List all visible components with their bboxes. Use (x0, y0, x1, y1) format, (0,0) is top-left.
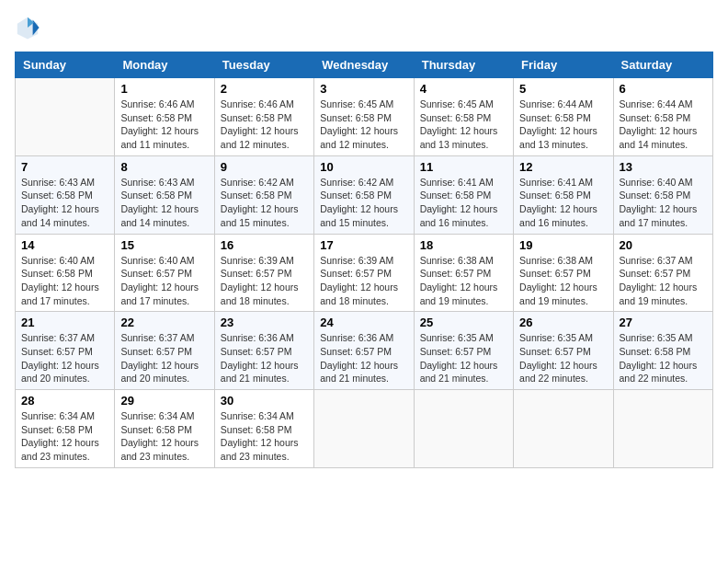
calendar-cell (514, 390, 613, 468)
calendar-cell: 23Sunrise: 6:36 AMSunset: 6:57 PMDayligh… (214, 312, 313, 390)
day-number: 2 (221, 82, 308, 96)
day-info: Sunrise: 6:39 AMSunset: 6:57 PMDaylight:… (320, 254, 407, 308)
day-number: 15 (120, 238, 208, 252)
day-info: Sunrise: 6:35 AMSunset: 6:57 PMDaylight:… (420, 331, 507, 385)
calendar-cell: 17Sunrise: 6:39 AMSunset: 6:57 PMDayligh… (314, 234, 414, 312)
day-info: Sunrise: 6:38 AMSunset: 6:57 PMDaylight:… (519, 254, 607, 308)
header-row: SundayMondayTuesdayWednesdayThursdayFrid… (16, 52, 713, 78)
calendar-cell: 3Sunrise: 6:45 AMSunset: 6:58 PMDaylight… (314, 78, 414, 156)
day-info: Sunrise: 6:44 AMSunset: 6:58 PMDaylight:… (519, 98, 607, 152)
calendar-cell: 20Sunrise: 6:37 AMSunset: 6:57 PMDayligh… (613, 234, 712, 312)
calendar-cell: 13Sunrise: 6:40 AMSunset: 6:58 PMDayligh… (613, 155, 712, 234)
calendar-cell: 2Sunrise: 6:46 AMSunset: 6:58 PMDaylight… (214, 78, 313, 156)
calendar-cell: 29Sunrise: 6:34 AMSunset: 6:58 PMDayligh… (115, 390, 214, 468)
day-number: 21 (21, 316, 108, 329)
day-number: 9 (221, 160, 308, 174)
week-row-2: 7Sunrise: 6:43 AMSunset: 6:58 PMDaylight… (16, 155, 713, 234)
day-number: 23 (221, 316, 308, 329)
day-number: 27 (620, 316, 707, 329)
calendar-cell (613, 390, 712, 468)
day-number: 14 (21, 238, 108, 252)
day-info: Sunrise: 6:44 AMSunset: 6:58 PMDaylight:… (620, 98, 707, 152)
column-header-sunday: Sunday (16, 52, 115, 78)
week-row-3: 14Sunrise: 6:40 AMSunset: 6:58 PMDayligh… (16, 234, 713, 312)
calendar-cell (16, 78, 115, 156)
day-info: Sunrise: 6:34 AMSunset: 6:58 PMDaylight:… (120, 409, 208, 464)
column-header-monday: Monday (115, 52, 214, 78)
calendar-cell: 27Sunrise: 6:35 AMSunset: 6:58 PMDayligh… (613, 312, 712, 390)
calendar-cell: 30Sunrise: 6:34 AMSunset: 6:58 PMDayligh… (214, 390, 313, 468)
day-info: Sunrise: 6:34 AMSunset: 6:58 PMDaylight:… (221, 409, 308, 464)
calendar-cell: 6Sunrise: 6:44 AMSunset: 6:58 PMDaylight… (613, 78, 712, 156)
day-number: 18 (420, 238, 507, 252)
day-number: 11 (420, 160, 507, 174)
day-info: Sunrise: 6:37 AMSunset: 6:57 PMDaylight:… (120, 331, 208, 385)
day-number: 4 (420, 82, 507, 96)
day-info: Sunrise: 6:42 AMSunset: 6:58 PMDaylight:… (221, 176, 308, 230)
page-header (15, 15, 713, 40)
calendar-cell: 1Sunrise: 6:46 AMSunset: 6:58 PMDaylight… (115, 78, 214, 156)
day-number: 1 (120, 82, 208, 96)
calendar-cell: 22Sunrise: 6:37 AMSunset: 6:57 PMDayligh… (115, 312, 214, 390)
calendar-cell: 19Sunrise: 6:38 AMSunset: 6:57 PMDayligh… (514, 234, 613, 312)
logo (15, 15, 42, 40)
day-number: 12 (519, 160, 607, 174)
calendar-cell: 8Sunrise: 6:43 AMSunset: 6:58 PMDaylight… (115, 155, 214, 234)
calendar-header: SundayMondayTuesdayWednesdayThursdayFrid… (16, 52, 713, 78)
week-row-4: 21Sunrise: 6:37 AMSunset: 6:57 PMDayligh… (16, 312, 713, 390)
day-info: Sunrise: 6:37 AMSunset: 6:57 PMDaylight:… (620, 254, 707, 308)
calendar-cell: 28Sunrise: 6:34 AMSunset: 6:58 PMDayligh… (16, 390, 115, 468)
day-info: Sunrise: 6:45 AMSunset: 6:58 PMDaylight:… (420, 98, 507, 152)
day-info: Sunrise: 6:46 AMSunset: 6:58 PMDaylight:… (221, 98, 308, 152)
week-row-5: 28Sunrise: 6:34 AMSunset: 6:58 PMDayligh… (16, 390, 713, 468)
day-info: Sunrise: 6:39 AMSunset: 6:57 PMDaylight:… (221, 254, 308, 308)
calendar-cell: 26Sunrise: 6:35 AMSunset: 6:57 PMDayligh… (514, 312, 613, 390)
day-info: Sunrise: 6:41 AMSunset: 6:58 PMDaylight:… (519, 176, 607, 230)
day-info: Sunrise: 6:35 AMSunset: 6:58 PMDaylight:… (620, 331, 707, 385)
calendar-cell: 7Sunrise: 6:43 AMSunset: 6:58 PMDaylight… (16, 155, 115, 234)
day-number: 7 (21, 160, 108, 174)
day-number: 6 (620, 82, 707, 96)
day-number: 10 (320, 160, 407, 174)
day-number: 8 (120, 160, 208, 174)
day-info: Sunrise: 6:40 AMSunset: 6:58 PMDaylight:… (620, 176, 707, 230)
column-header-friday: Friday (514, 52, 613, 78)
column-header-tuesday: Tuesday (214, 52, 313, 78)
column-header-wednesday: Wednesday (314, 52, 414, 78)
calendar-cell: 9Sunrise: 6:42 AMSunset: 6:58 PMDaylight… (214, 155, 313, 234)
day-info: Sunrise: 6:38 AMSunset: 6:57 PMDaylight:… (420, 254, 507, 308)
day-info: Sunrise: 6:41 AMSunset: 6:58 PMDaylight:… (420, 176, 507, 230)
day-number: 3 (320, 82, 407, 96)
day-info: Sunrise: 6:43 AMSunset: 6:58 PMDaylight:… (120, 176, 208, 230)
calendar-cell: 5Sunrise: 6:44 AMSunset: 6:58 PMDaylight… (514, 78, 613, 156)
calendar-cell: 25Sunrise: 6:35 AMSunset: 6:57 PMDayligh… (414, 312, 513, 390)
calendar-cell: 16Sunrise: 6:39 AMSunset: 6:57 PMDayligh… (214, 234, 313, 312)
day-number: 22 (120, 316, 208, 329)
week-row-1: 1Sunrise: 6:46 AMSunset: 6:58 PMDaylight… (16, 78, 713, 156)
day-number: 19 (519, 238, 607, 252)
calendar-cell: 18Sunrise: 6:38 AMSunset: 6:57 PMDayligh… (414, 234, 513, 312)
day-info: Sunrise: 6:36 AMSunset: 6:57 PMDaylight:… (221, 331, 308, 385)
column-header-thursday: Thursday (414, 52, 513, 78)
day-info: Sunrise: 6:36 AMSunset: 6:57 PMDaylight:… (320, 331, 407, 385)
calendar-body: 1Sunrise: 6:46 AMSunset: 6:58 PMDaylight… (16, 78, 713, 468)
day-info: Sunrise: 6:45 AMSunset: 6:58 PMDaylight:… (320, 98, 407, 152)
day-number: 13 (620, 160, 707, 174)
day-info: Sunrise: 6:42 AMSunset: 6:58 PMDaylight:… (320, 176, 407, 230)
day-number: 24 (320, 316, 407, 329)
day-info: Sunrise: 6:40 AMSunset: 6:58 PMDaylight:… (21, 254, 108, 308)
logo-icon (15, 15, 40, 40)
day-info: Sunrise: 6:46 AMSunset: 6:58 PMDaylight:… (120, 98, 208, 152)
day-number: 16 (221, 238, 308, 252)
day-number: 20 (620, 238, 707, 252)
day-info: Sunrise: 6:35 AMSunset: 6:57 PMDaylight:… (519, 331, 607, 385)
calendar-cell: 15Sunrise: 6:40 AMSunset: 6:57 PMDayligh… (115, 234, 214, 312)
day-number: 25 (420, 316, 507, 329)
day-info: Sunrise: 6:34 AMSunset: 6:58 PMDaylight:… (21, 409, 108, 464)
day-number: 17 (320, 238, 407, 252)
day-number: 30 (221, 394, 308, 408)
day-number: 28 (21, 394, 108, 408)
calendar-cell: 10Sunrise: 6:42 AMSunset: 6:58 PMDayligh… (314, 155, 414, 234)
day-number: 5 (519, 82, 607, 96)
calendar-cell: 14Sunrise: 6:40 AMSunset: 6:58 PMDayligh… (16, 234, 115, 312)
